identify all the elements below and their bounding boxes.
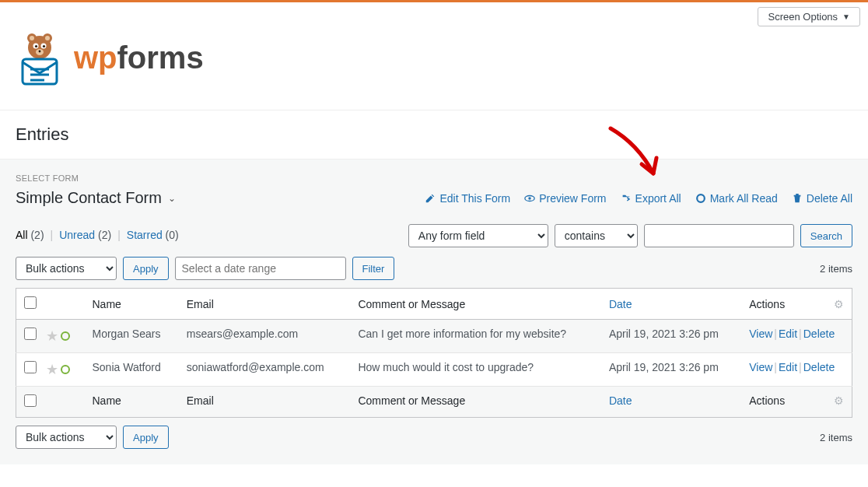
form-selector[interactable]: Simple Contact Form ⌄ <box>16 189 176 207</box>
bulk-actions-select-bottom[interactable]: Bulk actions <box>16 426 117 449</box>
screen-options-button[interactable]: Screen Options ▼ <box>758 7 860 26</box>
filter-starred[interactable]: Starred (0) <box>127 229 179 241</box>
svg-point-8 <box>43 45 45 47</box>
unread-status-icon[interactable] <box>61 365 70 374</box>
svg-point-17 <box>528 197 531 200</box>
delete-link[interactable]: Delete <box>803 328 835 340</box>
svg-text:wpforms: wpforms <box>74 40 204 75</box>
filter-all[interactable]: All (2) <box>16 229 44 241</box>
delete-all-link[interactable]: Delete All <box>792 192 852 205</box>
col-date-foot[interactable]: Date <box>601 387 741 418</box>
search-field-select[interactable]: Any form field <box>408 224 548 247</box>
gear-icon: ⚙ <box>834 298 844 310</box>
caret-down-icon: ▼ <box>842 12 850 21</box>
edit-link[interactable]: Edit <box>779 361 797 373</box>
col-settings-foot[interactable]: ⚙ <box>826 387 852 418</box>
item-count-bottom: 2 items <box>820 432 852 443</box>
table-row: ★ Morgan Sears msears@example.com Can I … <box>16 320 852 353</box>
circle-icon <box>695 193 706 204</box>
bulk-actions-select-top[interactable]: Bulk actions <box>16 257 117 280</box>
search-value-input[interactable] <box>644 224 794 247</box>
svg-point-18 <box>697 194 705 202</box>
export-icon <box>621 193 632 204</box>
cell-email: soniawatford@example.com <box>179 353 351 387</box>
col-actions: Actions <box>741 289 826 320</box>
star-icon[interactable]: ★ <box>46 362 58 377</box>
cell-name: Sonia Watford <box>85 353 179 387</box>
selected-form-name: Simple Contact Form <box>16 189 162 207</box>
preview-form-link[interactable]: Preview Form <box>524 192 606 205</box>
svg-point-4 <box>45 36 50 40</box>
delete-link[interactable]: Delete <box>803 361 835 373</box>
select-all-checkbox-top[interactable] <box>24 296 37 309</box>
view-link[interactable]: View <box>749 328 772 340</box>
edit-link[interactable]: Edit <box>779 328 797 340</box>
col-email-foot[interactable]: Email <box>179 387 351 418</box>
chevron-down-icon: ⌄ <box>168 193 176 204</box>
unread-status-icon[interactable] <box>61 331 70 341</box>
screen-options-label: Screen Options <box>768 11 838 23</box>
mark-all-read-link[interactable]: Mark All Read <box>695 192 778 205</box>
wpforms-wordmark-icon: wpforms <box>74 37 229 80</box>
date-range-input[interactable] <box>175 257 346 280</box>
plugin-header: wpforms <box>0 26 868 110</box>
col-date[interactable]: Date <box>601 289 741 320</box>
item-count-top: 2 items <box>820 263 852 275</box>
col-message[interactable]: Comment or Message <box>350 289 600 320</box>
search-condition-select[interactable]: contains <box>555 224 638 247</box>
select-form-label: SELECT FORM <box>16 173 852 183</box>
cell-message: Can I get more information for my websit… <box>350 320 600 353</box>
cell-name: Morgan Sears <box>85 320 179 353</box>
view-link[interactable]: View <box>749 361 772 373</box>
svg-point-3 <box>30 36 34 40</box>
col-name[interactable]: Name <box>85 289 179 320</box>
col-name-foot[interactable]: Name <box>85 387 179 418</box>
cell-email: msears@example.com <box>179 320 351 353</box>
row-checkbox[interactable] <box>24 328 37 340</box>
pencil-icon <box>425 193 436 204</box>
search-button[interactable]: Search <box>800 224 852 247</box>
svg-point-7 <box>35 45 37 47</box>
cell-date: April 19, 2021 3:26 pm <box>601 353 741 387</box>
col-message-foot[interactable]: Comment or Message <box>350 387 600 418</box>
row-checkbox[interactable] <box>24 361 37 373</box>
eye-icon <box>524 193 535 204</box>
col-settings[interactable]: ⚙ <box>826 289 852 320</box>
table-row: ★ Sonia Watford soniawatford@example.com… <box>16 353 852 387</box>
apply-button-top[interactable]: Apply <box>123 257 169 280</box>
row-actions: View|Edit|Delete <box>741 353 852 387</box>
wpforms-mascot-icon <box>12 30 68 86</box>
gear-icon: ⚙ <box>834 394 844 407</box>
svg-point-10 <box>39 51 41 53</box>
col-actions-foot: Actions <box>741 387 826 418</box>
edit-form-link[interactable]: Edit This Form <box>425 192 510 205</box>
trash-icon <box>792 193 803 204</box>
star-icon[interactable]: ★ <box>46 328 58 344</box>
entries-table: Name Email Comment or Message Date Actio… <box>16 288 852 418</box>
page-title: Entries <box>16 124 852 145</box>
filter-unread[interactable]: Unread (2) <box>59 229 111 241</box>
cell-date: April 19, 2021 3:26 pm <box>601 320 741 353</box>
select-all-checkbox-bottom[interactable] <box>24 394 37 407</box>
col-email[interactable]: Email <box>179 289 351 320</box>
cell-message: How much would it cost to upgrade? <box>350 353 600 387</box>
filter-button[interactable]: Filter <box>352 257 395 280</box>
export-all-link[interactable]: Export All <box>621 192 681 205</box>
wpforms-logo: wpforms <box>12 30 229 86</box>
row-actions: View|Edit|Delete <box>741 320 852 353</box>
apply-button-bottom[interactable]: Apply <box>123 426 169 449</box>
